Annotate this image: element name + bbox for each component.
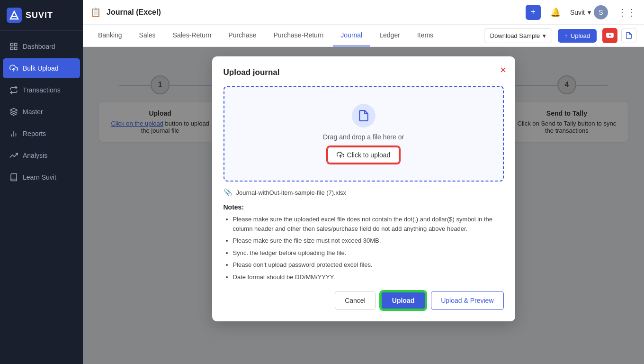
upload-modal: Upload journal ✕ Drag and drop a file he…: [212, 56, 515, 321]
sidebar-item-bulk-upload[interactable]: Bulk Upload: [3, 58, 80, 78]
repeat-icon: [9, 86, 18, 94]
sidebar-item-label: Learn Suvit: [23, 173, 56, 181]
tab-banking[interactable]: Banking: [90, 25, 130, 46]
upload-icon: ↑: [564, 32, 568, 39]
drop-text: Drag and drop a file here or: [323, 133, 404, 141]
note-item: Please make sure the file size must not …: [233, 236, 504, 246]
grid-icon: [9, 42, 18, 51]
journal-header-icon: 📋: [90, 7, 101, 18]
upload-button[interactable]: ↑ Upload: [558, 29, 597, 43]
tab-purchase-return[interactable]: Purchase-Return: [266, 25, 331, 46]
bar-chart-icon: [9, 129, 18, 138]
notes-title: Notes:: [224, 203, 504, 211]
user-menu[interactable]: Suvit ▾ S: [570, 5, 608, 19]
svg-rect-2: [11, 16, 17, 17]
sidebar-item-reports[interactable]: Reports: [3, 124, 80, 144]
modal-overlay: Upload journal ✕ Drag and drop a file he…: [83, 47, 644, 364]
avatar: S: [594, 5, 608, 19]
sidebar-item-learn-suvit[interactable]: Learn Suvit: [3, 167, 80, 187]
paperclip-icon: 📎: [224, 188, 233, 197]
upload-preview-button[interactable]: Upload & Preview: [431, 291, 503, 310]
file-upload-icon: [352, 104, 376, 127]
add-button[interactable]: +: [526, 5, 541, 20]
note-item: Date format should be DD/MM/YYYY.: [233, 273, 504, 282]
click-upload-label: Click to upload: [347, 151, 391, 159]
notes-section: Notes: Please make sure the uploaded exc…: [224, 203, 504, 282]
documentation-button[interactable]: [621, 28, 636, 43]
svg-rect-3: [10, 43, 13, 46]
file-attached-row: 📎 Journal-withOut-item-sample-file (7).x…: [224, 188, 504, 197]
tab-ledger[interactable]: Ledger: [372, 25, 408, 46]
sidebar: SUVIT Dashboard Bulk Upload Transactions…: [0, 0, 83, 364]
suvit-logo-icon: [7, 8, 22, 23]
sidebar-item-analysis[interactable]: Analysis: [3, 146, 80, 165]
download-sample-label: Download Sample: [490, 32, 540, 39]
svg-rect-4: [15, 43, 17, 46]
sidebar-item-label: Bulk Upload: [23, 64, 59, 72]
sidebar-item-dashboard[interactable]: Dashboard: [3, 36, 80, 56]
tab-sales-return[interactable]: Sales-Return: [165, 25, 219, 46]
tab-purchase[interactable]: Purchase: [221, 25, 264, 46]
download-sample-button[interactable]: Download Sample ▾: [484, 28, 553, 43]
trending-up-icon: [9, 151, 18, 160]
sidebar-item-label: Reports: [23, 130, 46, 137]
book-icon: [9, 173, 18, 182]
page-content: 1 Upload Click on the upload button to u…: [83, 47, 644, 364]
header: 📋 Journal (Excel) + 🔔 Suvit ▾ S ⋮⋮: [83, 0, 644, 25]
upload-modal-button[interactable]: Upload: [380, 291, 426, 310]
modal-close-button[interactable]: ✕: [500, 65, 507, 75]
file-name: Journal-withOut-item-sample-file (7).xls…: [236, 189, 347, 196]
click-to-upload-button[interactable]: Click to upload: [327, 146, 400, 164]
tab-journal[interactable]: Journal: [333, 25, 370, 46]
sidebar-logo: SUVIT: [0, 0, 83, 31]
sidebar-item-label: Transactions: [23, 86, 61, 94]
sidebar-item-master[interactable]: Master: [3, 102, 80, 122]
layers-icon: [9, 108, 18, 116]
sidebar-item-label: Analysis: [23, 152, 47, 159]
note-item: Please don't upload password protected e…: [233, 260, 504, 270]
upload-icon: [9, 64, 18, 73]
svg-rect-0: [7, 8, 22, 23]
svg-rect-5: [15, 47, 17, 50]
tab-sales[interactable]: Sales: [132, 25, 163, 46]
chevron-down-icon: ▾: [543, 32, 546, 39]
sidebar-item-label: Master: [23, 108, 43, 116]
nav-tabs: Banking Sales Sales-Return Purchase Purc…: [83, 25, 644, 47]
sidebar-nav: Dashboard Bulk Upload Transactions Maste…: [0, 31, 83, 364]
upload-label: Upload: [571, 32, 590, 39]
tab-items[interactable]: Items: [410, 25, 441, 46]
svg-marker-8: [10, 109, 18, 112]
youtube-button[interactable]: [602, 28, 617, 43]
cancel-button[interactable]: Cancel: [335, 291, 376, 310]
notes-list: Please make sure the uploaded excel file…: [224, 215, 504, 282]
sidebar-item-transactions[interactable]: Transactions: [3, 80, 80, 100]
modal-title: Upload journal: [224, 68, 504, 77]
note-item: Sync. the ledger before uploading the fi…: [233, 248, 504, 258]
more-options-icon[interactable]: ⋮⋮: [617, 7, 636, 18]
chevron-down-icon: ▾: [588, 9, 591, 16]
note-item: Please make sure the uploaded excel file…: [233, 215, 504, 233]
logo-text: SUVIT: [26, 10, 53, 20]
upload-drop-area[interactable]: Drag and drop a file here or Click to up…: [224, 86, 504, 182]
main-content: 📋 Journal (Excel) + 🔔 Suvit ▾ S ⋮⋮ Banki…: [83, 0, 644, 364]
user-name: Suvit: [570, 9, 585, 16]
modal-footer: Cancel Upload Upload & Preview: [224, 291, 504, 310]
svg-rect-6: [10, 47, 13, 50]
page-title: Journal (Excel): [107, 8, 161, 17]
notification-bell-icon[interactable]: 🔔: [550, 7, 561, 18]
sidebar-item-label: Dashboard: [23, 43, 55, 50]
